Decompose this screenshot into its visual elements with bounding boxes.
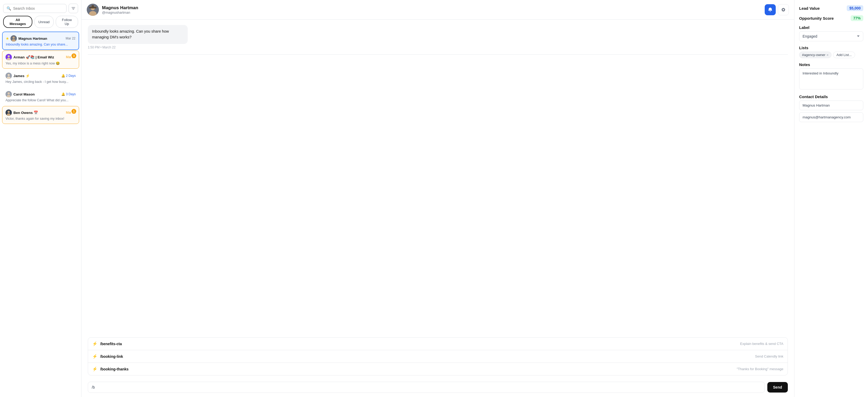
- msg-preview: Inboundly looks amazing. Can you share..…: [6, 42, 75, 46]
- list-item[interactable]: Carol Mason 🔔 3 Days Appreciate the foll…: [2, 88, 79, 106]
- svg-point-10: [8, 92, 10, 94]
- qr-command: /benefits-cta: [100, 342, 137, 346]
- opportunity-score-value: 77%: [851, 15, 863, 21]
- search-area: 🔍: [0, 0, 81, 16]
- msg-sender: Ben Owens 📅: [5, 109, 38, 116]
- lead-value: $5,000: [847, 5, 863, 11]
- qr-command: /booking-thanks: [100, 367, 137, 371]
- tab-area: All Messages Unread Follow Up: [0, 16, 81, 30]
- tab-all-messages[interactable]: All Messages: [3, 16, 32, 28]
- list-item[interactable]: 3 Arman 🚀📚 | Email Wiz Mar 20 Yes, my in…: [2, 51, 79, 69]
- unread-badge: 1: [71, 109, 76, 114]
- lightning-icon: ⚡: [92, 341, 97, 346]
- lists-area: #agency-owner × Add List...: [799, 52, 863, 58]
- gear-icon: [781, 7, 786, 12]
- filter-button[interactable]: [69, 4, 78, 13]
- list-item[interactable]: 1 Ben Owens 📅 Mar 19 Victor, thanks agai…: [2, 106, 79, 124]
- reminder-badge: 🔔 2 Days: [61, 74, 76, 78]
- chat-body: Inboundly looks amazing. Can you share h…: [82, 20, 794, 337]
- lightning-icon: ⚡: [92, 354, 97, 359]
- svg-point-1: [12, 36, 15, 39]
- contact-details-section: Contact Details: [799, 94, 863, 124]
- label-section: Label Engaged New Lead Hot Lead Cold: [799, 25, 863, 41]
- compose-area: Send: [82, 378, 794, 397]
- remove-tag-button[interactable]: ×: [827, 53, 829, 57]
- reminder-badge: 🔔 3 Days: [61, 92, 76, 96]
- opportunity-score-row: Opportunity Score 77%: [799, 15, 863, 21]
- message-container: Inboundly looks amazing. Can you share h…: [88, 25, 788, 49]
- opportunity-score-label: Opportunity Score: [799, 16, 834, 21]
- qr-description: "Thanks for Booking" message: [140, 367, 783, 371]
- svg-point-4: [8, 55, 10, 57]
- msg-preview: Hey James, circling back - I get how bus…: [5, 80, 76, 84]
- avatar: [10, 35, 17, 41]
- message-bubble: Inboundly looks amazing. Can you share h…: [88, 25, 188, 44]
- msg-date: Mar 22: [66, 36, 75, 40]
- msg-header: Arman 🚀📚 | Email Wiz Mar 20: [5, 54, 76, 60]
- notes-textarea[interactable]: Interested in Inboundly: [799, 68, 863, 89]
- label-select[interactable]: Engaged New Lead Hot Lead Cold: [799, 31, 863, 41]
- chat-actions: [765, 4, 789, 15]
- search-icon: 🔍: [7, 6, 11, 10]
- msg-preview: Victor, thanks again for saving my inbox…: [5, 117, 76, 120]
- qr-description: Send Calendly link: [140, 355, 783, 358]
- send-button[interactable]: Send: [767, 382, 788, 393]
- star-icon: ★: [6, 36, 9, 40]
- chat-avatar: [87, 4, 99, 16]
- contact-details-title: Contact Details: [799, 94, 863, 99]
- svg-point-7: [8, 74, 10, 76]
- quick-reply-item[interactable]: ⚡ /booking-link Send Calendly link: [88, 350, 787, 363]
- svg-point-13: [8, 111, 10, 113]
- chat-header: Magnus Hartman @magnushartman: [82, 0, 794, 20]
- search-input[interactable]: [13, 6, 63, 10]
- sender-name: Magnus Hartman: [19, 36, 47, 40]
- unread-badge: 3: [71, 53, 76, 58]
- tab-follow-up[interactable]: Follow Up: [56, 16, 78, 28]
- avatar: [5, 109, 12, 116]
- quick-reply-item[interactable]: ⚡ /booking-thanks "Thanks for Booking" m…: [88, 363, 787, 375]
- label-section-title: Label: [799, 25, 863, 30]
- add-list-button[interactable]: Add List...: [833, 52, 855, 58]
- qr-description: Explain benefits & send CTA: [140, 342, 783, 346]
- list-tag-label: #agency-owner: [802, 53, 826, 57]
- msg-preview: Appreciate the follow Carol! What did yo…: [5, 98, 76, 102]
- chat-user-info: Magnus Hartman @magnushartman: [87, 4, 138, 16]
- bell-icon: 🔔: [61, 92, 65, 96]
- lists-section-title: Lists: [799, 46, 863, 50]
- msg-header: Carol Mason 🔔 3 Days: [5, 91, 76, 97]
- msg-sender: Arman 🚀📚 | Email Wiz: [5, 54, 54, 60]
- sender-name: Ben Owens 📅: [13, 111, 38, 115]
- avatar: [5, 54, 12, 60]
- notes-section: Notes Interested in Inboundly: [799, 62, 863, 90]
- msg-header: Ben Owens 📅 Mar 19: [5, 109, 76, 116]
- chat-panel: Magnus Hartman @magnushartman Inboundly …: [82, 0, 795, 397]
- sender-name: Carol Mason: [13, 92, 35, 96]
- qr-command: /booking-link: [100, 355, 137, 359]
- list-item[interactable]: ★ Magnus Hartman Mar 22 Inboundly looks …: [2, 32, 79, 50]
- chat-name: Magnus Hartman: [102, 5, 138, 10]
- reminder-text: 2 Days: [66, 74, 76, 78]
- sender-name: Arman 🚀📚 | Email Wiz: [13, 55, 54, 59]
- msg-header: ★ Magnus Hartman Mar 22: [6, 35, 75, 41]
- quick-replies-panel: ⚡ /benefits-cta Explain benefits & send …: [88, 337, 788, 375]
- chat-user-details: Magnus Hartman @magnushartman: [102, 5, 138, 15]
- search-box: 🔍: [3, 4, 66, 13]
- list-tag: #agency-owner ×: [799, 52, 832, 58]
- msg-sender: James ⚡: [5, 73, 30, 79]
- right-panel: Lead Value $5,000 Opportunity Score 77% …: [795, 0, 868, 397]
- filter-icon: [71, 6, 75, 10]
- tab-unread[interactable]: Unread: [34, 16, 54, 28]
- notification-button[interactable]: [765, 4, 776, 15]
- avatar: [5, 73, 12, 79]
- contact-email-input[interactable]: [799, 112, 863, 122]
- settings-button[interactable]: [778, 4, 789, 15]
- quick-reply-item[interactable]: ⚡ /benefits-cta Explain benefits & send …: [88, 338, 787, 350]
- list-item[interactable]: James ⚡ 🔔 2 Days Hey James, circling bac…: [2, 69, 79, 87]
- notes-section-title: Notes: [799, 62, 863, 67]
- compose-input[interactable]: [88, 382, 765, 393]
- lists-section: Lists #agency-owner × Add List...: [799, 46, 863, 58]
- svg-rect-19: [89, 7, 96, 8]
- msg-sender: ★ Magnus Hartman: [6, 35, 47, 41]
- messages-list: ★ Magnus Hartman Mar 22 Inboundly looks …: [0, 30, 81, 397]
- contact-name-input[interactable]: [799, 101, 863, 110]
